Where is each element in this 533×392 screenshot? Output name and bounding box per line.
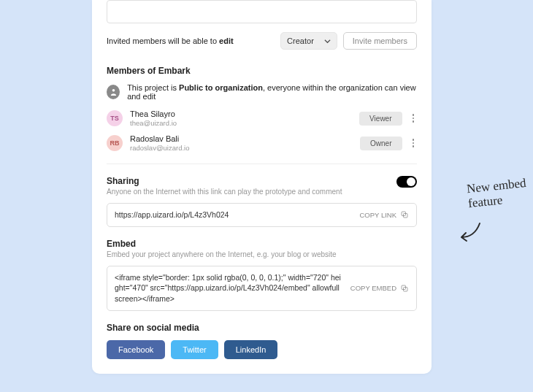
member-email: radoslav@uizard.io xyxy=(130,144,353,152)
invite-permission-text: Invited members will be able to edit xyxy=(107,36,234,45)
member-name: Radoslav Bali xyxy=(130,134,353,143)
embed-subtitle: Embed your project anywhere on the Inter… xyxy=(107,250,417,258)
member-name: Thea Silayro xyxy=(130,109,352,118)
invite-message-input[interactable] xyxy=(107,0,417,23)
avatar: TS xyxy=(107,110,123,126)
chevron-down-icon xyxy=(324,38,331,45)
share-modal: Invited members will be able to edit Cre… xyxy=(92,0,432,374)
copy-embed-button[interactable]: COPY EMBED xyxy=(350,284,409,293)
copy-icon xyxy=(400,284,409,293)
avatar: RB xyxy=(107,135,123,151)
social-section-title: Share on social media xyxy=(107,323,417,333)
sharing-section-title: Sharing xyxy=(107,176,396,186)
member-menu-button[interactable] xyxy=(410,111,418,126)
invite-role-select[interactable]: Creator xyxy=(280,32,337,50)
divider xyxy=(107,164,417,164)
members-section-title: Members of Embark xyxy=(107,66,417,76)
embed-code-text[interactable]: <iframe style="border: 1px solid rgba(0,… xyxy=(115,272,343,304)
facebook-button[interactable]: Facebook xyxy=(107,340,165,359)
share-link-box: https://app.uizard.io/p/L4z3Vh024 COPY L… xyxy=(107,203,417,227)
member-menu-button[interactable] xyxy=(410,136,418,150)
member-row: TS Thea Silayro thea@uizard.io Viewer xyxy=(107,109,417,127)
organization-icon xyxy=(107,85,120,99)
invite-row: Invited members will be able to edit Cre… xyxy=(107,32,417,50)
copy-icon xyxy=(400,210,409,219)
member-row: RB Radoslav Bali radoslav@uizard.io Owne… xyxy=(107,134,417,152)
embed-section-title: Embed xyxy=(107,239,417,249)
invite-members-button[interactable]: Invite members xyxy=(343,32,417,50)
copy-link-button[interactable]: COPY LINK xyxy=(359,210,409,219)
project-visibility-row: This project is Public to organization, … xyxy=(107,83,417,101)
member-role-badge[interactable]: Owner xyxy=(360,137,402,150)
sharing-subtitle: Anyone on the Internet with this link ca… xyxy=(107,188,396,196)
linkedin-button[interactable]: LinkedIn xyxy=(224,340,278,359)
social-buttons-row: Facebook Twitter LinkedIn xyxy=(107,340,417,359)
member-email: thea@uizard.io xyxy=(130,119,352,127)
member-role-badge[interactable]: Viewer xyxy=(359,112,402,126)
handwritten-annotation: New embed feature xyxy=(467,176,529,210)
share-link-text[interactable]: https://app.uizard.io/p/L4z3Vh024 xyxy=(115,210,352,220)
twitter-button[interactable]: Twitter xyxy=(171,340,218,359)
sharing-toggle[interactable] xyxy=(396,176,417,188)
arrow-icon xyxy=(454,221,483,250)
embed-code-box: <iframe style="border: 1px solid rgba(0,… xyxy=(107,266,417,311)
